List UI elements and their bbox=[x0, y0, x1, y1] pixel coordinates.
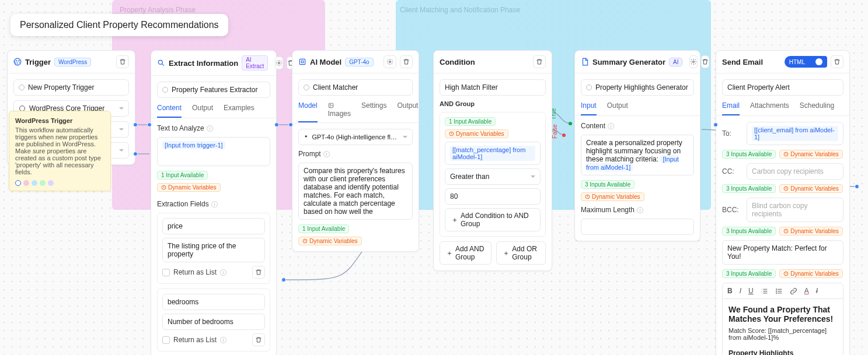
field-desc-input[interactable]: The listing price of the property bbox=[162, 238, 265, 262]
inputs-available-pill[interactable]: 3 Inputs Available bbox=[722, 227, 776, 236]
tab-scheduling[interactable]: Scheduling bbox=[800, 99, 834, 115]
port[interactable] bbox=[147, 122, 152, 127]
condition-operator-select[interactable]: Greater than bbox=[445, 168, 541, 185]
info-icon[interactable]: i bbox=[207, 125, 213, 132]
inputs-available-pill[interactable]: 1 Input Available bbox=[157, 171, 208, 180]
dynamic-variables-pill[interactable]: Dynamic Variables bbox=[157, 183, 221, 192]
bcc-input[interactable]: Blind carbon copy recipients bbox=[747, 198, 843, 222]
email-body-editor[interactable]: We Found a Property That Matches Your Pr… bbox=[722, 299, 843, 355]
port[interactable] bbox=[288, 122, 293, 127]
port[interactable] bbox=[281, 277, 286, 282]
dynamic-variables-pill[interactable]: Dynamic Variables bbox=[581, 192, 644, 201]
condition-name-input[interactable]: High Match Filter bbox=[440, 79, 546, 96]
tab-images[interactable]: Images bbox=[328, 99, 351, 122]
port[interactable] bbox=[713, 122, 718, 127]
italic-icon[interactable]: I bbox=[740, 287, 741, 295]
delete-button[interactable] bbox=[400, 55, 413, 68]
text-to-analyze-input[interactable]: [Input from trigger-1] bbox=[157, 137, 270, 166]
link-icon[interactable] bbox=[790, 287, 797, 295]
port[interactable] bbox=[133, 122, 138, 127]
node-send-email[interactable]: Send Email HTML Client Property Alert Em… bbox=[716, 50, 850, 355]
prompt-input[interactable]: Compare this property's features with ou… bbox=[298, 163, 413, 220]
delete-button[interactable] bbox=[116, 55, 129, 68]
info-icon[interactable]: i bbox=[637, 207, 643, 213]
field-name-input[interactable]: bedrooms bbox=[162, 294, 265, 310]
tab-attachments[interactable]: Attachments bbox=[750, 99, 789, 115]
info-icon[interactable]: i bbox=[220, 269, 226, 276]
field-name-input[interactable]: price bbox=[162, 218, 265, 234]
node-extract-information[interactable]: Extract Information AI Extract Property … bbox=[151, 50, 277, 355]
inputs-available-pill[interactable]: 1 Input Available bbox=[445, 117, 496, 126]
model-name-input[interactable]: Client Matcher bbox=[298, 79, 413, 96]
tab-output[interactable]: Output bbox=[397, 99, 418, 122]
node-summary-generator[interactable]: Summary Generator AI Property Highlights… bbox=[574, 50, 700, 241]
tab-input[interactable]: Input bbox=[581, 99, 597, 115]
delete-field-button[interactable] bbox=[252, 266, 265, 279]
dynamic-variables-pill[interactable]: Dynamic Variables bbox=[779, 184, 843, 193]
add-condition-button[interactable]: ＋ Add Condition to AND Group bbox=[445, 208, 541, 231]
cc-input[interactable]: Carbon copy recipients bbox=[747, 163, 843, 180]
delete-button[interactable] bbox=[831, 55, 843, 68]
dynamic-variables-pill[interactable]: Dynamic Variables bbox=[298, 237, 362, 245]
inputs-available-pill[interactable]: 3 Inputs Available bbox=[581, 180, 635, 189]
node-ai-model[interactable]: AI Model GPT-4o Client Matcher Model Ima… bbox=[292, 50, 419, 252]
delete-field-button[interactable] bbox=[252, 333, 265, 346]
list-ol-icon[interactable] bbox=[761, 287, 768, 295]
port[interactable] bbox=[274, 122, 279, 127]
settings-button[interactable] bbox=[384, 55, 396, 68]
list-ul-icon[interactable] bbox=[775, 287, 783, 295]
tab-model[interactable]: Model bbox=[298, 99, 318, 122]
max-length-input[interactable] bbox=[581, 219, 694, 235]
tab-content[interactable]: Content bbox=[157, 101, 182, 118]
add-or-group-button[interactable]: ＋ Add OR Group bbox=[496, 241, 546, 265]
email-editor-toolbar[interactable]: B I U A I bbox=[722, 283, 843, 299]
tab-output[interactable]: Output bbox=[607, 99, 628, 115]
condition-variable-input[interactable]: [[match_percentage] from aiModel-1] bbox=[445, 142, 541, 165]
email-body-heading: We Found a Property That Matches Your Pr… bbox=[728, 305, 837, 324]
delete-button[interactable] bbox=[701, 55, 709, 68]
extractor-name-input[interactable]: Property Features Extractor bbox=[157, 82, 270, 98]
text-color-icon[interactable]: A bbox=[804, 287, 809, 295]
html-toggle[interactable]: HTML bbox=[785, 56, 827, 68]
add-and-group-button[interactable]: ＋ Add AND Group bbox=[440, 241, 491, 265]
dynamic-variables-pill[interactable]: Dynamic Variables bbox=[779, 150, 843, 159]
email-name-input[interactable]: Client Property Alert bbox=[722, 79, 843, 96]
field-desc-input[interactable]: Number of bedrooms bbox=[162, 314, 265, 330]
bold-icon[interactable]: B bbox=[727, 287, 733, 295]
info-icon[interactable]: i bbox=[220, 337, 226, 343]
info-icon[interactable]: i bbox=[608, 123, 614, 129]
inputs-available-pill[interactable]: 3 Inputs Available bbox=[722, 269, 776, 278]
info-icon[interactable]: i bbox=[211, 201, 218, 208]
model-select[interactable]: GPT-4o (High-intelligence flagship model… bbox=[298, 129, 413, 145]
tab-examples[interactable]: Examples bbox=[224, 101, 255, 118]
condition-value-input[interactable]: 80 bbox=[445, 188, 541, 205]
return-as-list-checkbox[interactable] bbox=[162, 269, 170, 276]
info-icon[interactable]: i bbox=[323, 151, 330, 157]
underline-icon[interactable]: U bbox=[748, 287, 754, 295]
dynamic-variables-pill[interactable]: Dynamic Variables bbox=[779, 227, 843, 236]
delete-button[interactable] bbox=[533, 55, 546, 68]
port[interactable] bbox=[855, 184, 859, 189]
settings-button[interactable] bbox=[275, 57, 283, 69]
subject-input[interactable]: New Property Match: Perfect for You! bbox=[722, 240, 843, 265]
return-as-list-checkbox[interactable] bbox=[162, 336, 170, 344]
inputs-available-pill[interactable]: 3 Inputs Available bbox=[722, 150, 776, 159]
tab-email[interactable]: Email bbox=[722, 99, 740, 115]
clear-format-icon[interactable]: I bbox=[816, 287, 818, 295]
to-input[interactable]: [[client_email] from aiModel-1] bbox=[747, 122, 843, 145]
summary-content-input[interactable]: Create a personalized property highlight… bbox=[581, 135, 694, 175]
tab-settings[interactable]: Settings bbox=[361, 99, 386, 122]
dynamic-variables-pill[interactable]: Dynamic Variables bbox=[445, 129, 508, 138]
inputs-available-pill[interactable]: 1 Input Available bbox=[298, 224, 349, 233]
tooltip-pagination-dots[interactable] bbox=[15, 180, 104, 186]
node-title: Trigger bbox=[25, 58, 51, 66]
inputs-available-pill[interactable]: 3 Inputs Available bbox=[722, 184, 776, 193]
trigger-name-input[interactable]: New Property Trigger bbox=[13, 79, 129, 96]
dynamic-variables-pill[interactable]: Dynamic Variables bbox=[779, 269, 843, 278]
settings-button[interactable] bbox=[689, 55, 698, 68]
summary-name-input[interactable]: Property Highlights Generator bbox=[581, 79, 694, 96]
port[interactable] bbox=[133, 152, 138, 156]
content-label: Content bbox=[581, 122, 605, 130]
tab-output[interactable]: Output bbox=[192, 101, 213, 118]
node-condition[interactable]: Condition High Match Filter AND Group 1 … bbox=[433, 50, 552, 271]
